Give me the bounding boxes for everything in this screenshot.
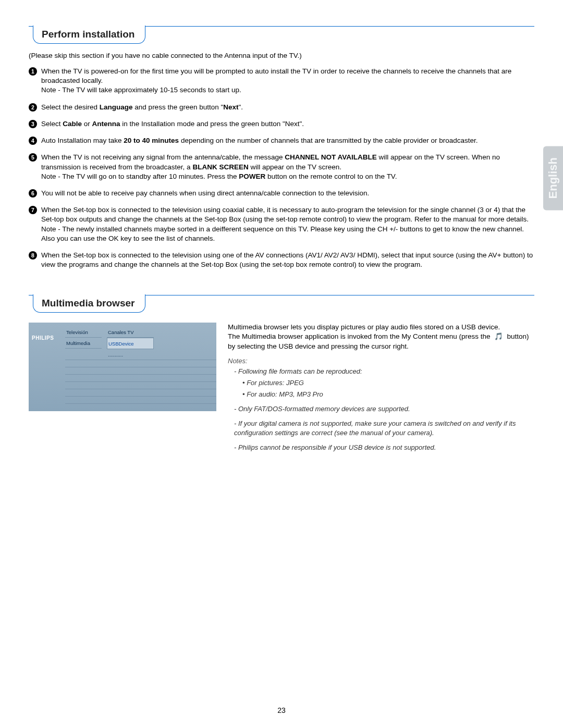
- step-body: Select the desired Language and press th…: [41, 103, 534, 112]
- note-item: • For audio: MP3, MP3 Pro: [234, 390, 534, 399]
- multimedia-text: Multimedia browser lets you display pict…: [228, 323, 534, 454]
- notes-header: Notes:: [228, 356, 534, 366]
- notes-list: - Following file formats can be reproduc…: [228, 367, 534, 452]
- menu-empty-rows: [65, 353, 216, 404]
- menu-item-usbdevice: USBDevice: [107, 338, 154, 349]
- install-step: 7When the Set-top box is connected to th…: [29, 205, 534, 243]
- install-step: 6You will not be able to receive pay cha…: [29, 189, 534, 198]
- step-number-icon: 3: [29, 120, 37, 128]
- multimedia-section: Multimedia browser PHILIPS Televisión Mu…: [29, 295, 534, 454]
- tv-ui-screenshot: PHILIPS Televisión Multimedia Canales TV…: [29, 323, 216, 411]
- page-number: 23: [0, 706, 563, 714]
- note-item: • For pictures: JPEG: [234, 378, 534, 388]
- step-number-icon: 8: [29, 251, 37, 260]
- section-heading-multimedia: Multimedia browser: [33, 294, 145, 313]
- step-body: When the TV is powered-on for the first …: [41, 67, 534, 95]
- install-step: 2Select the desired Language and press t…: [29, 103, 534, 112]
- step-body: When the TV is not receiving any signal …: [41, 153, 534, 181]
- manual-page: Perform installation (Please skip this s…: [0, 0, 563, 470]
- step-number-icon: 6: [29, 189, 37, 198]
- note-item: - Philips cannot be responsible if your …: [234, 443, 534, 452]
- step-body: When the Set-top box is connected to the…: [41, 251, 534, 269]
- note-item: - Following file formats can be reproduc…: [234, 367, 534, 376]
- step-body: When the Set-top box is connected to the…: [41, 205, 534, 243]
- step-number-icon: 7: [29, 206, 37, 214]
- step-number-icon: 2: [29, 103, 37, 112]
- section-heading-install: Perform installation: [33, 26, 145, 44]
- philips-logo: PHILIPS: [32, 335, 54, 341]
- menu-item-television: Televisión: [65, 327, 102, 338]
- step-body: Auto Installation may take 20 to 40 minu…: [41, 136, 534, 145]
- install-steps-list: 1When the TV is powered-on for the first…: [29, 67, 534, 270]
- skip-note: (Please skip this section if you have no…: [29, 52, 534, 59]
- multimedia-intro: Multimedia browser lets you display pict…: [228, 323, 534, 352]
- step-body: Select Cable or Antenna in the Installat…: [41, 119, 534, 129]
- install-step: 3Select Cable or Antenna in the Installa…: [29, 119, 534, 129]
- step-number-icon: 1: [29, 67, 37, 76]
- menu-item-canales: Canales TV: [107, 327, 154, 338]
- note-item: - Only FAT/DOS-formatted memory devices …: [234, 404, 534, 414]
- install-step: 5When the TV is not receiving any signal…: [29, 153, 534, 181]
- note-item: - If your digital camera is not supporte…: [234, 419, 534, 438]
- menu-col-1: Televisión Multimedia: [65, 327, 102, 349]
- step-body: You will not be able to receive pay chan…: [41, 189, 534, 198]
- step-number-icon: 5: [29, 153, 37, 162]
- install-step: 1When the TV is powered-on for the first…: [29, 67, 534, 95]
- install-step: 8When the Set-top box is connected to th…: [29, 251, 534, 269]
- menu-item-multimedia: Multimedia: [65, 338, 102, 349]
- install-step: 4Auto Installation may take 20 to 40 min…: [29, 136, 534, 145]
- step-number-icon: 4: [29, 137, 37, 145]
- language-tab: English: [543, 146, 563, 210]
